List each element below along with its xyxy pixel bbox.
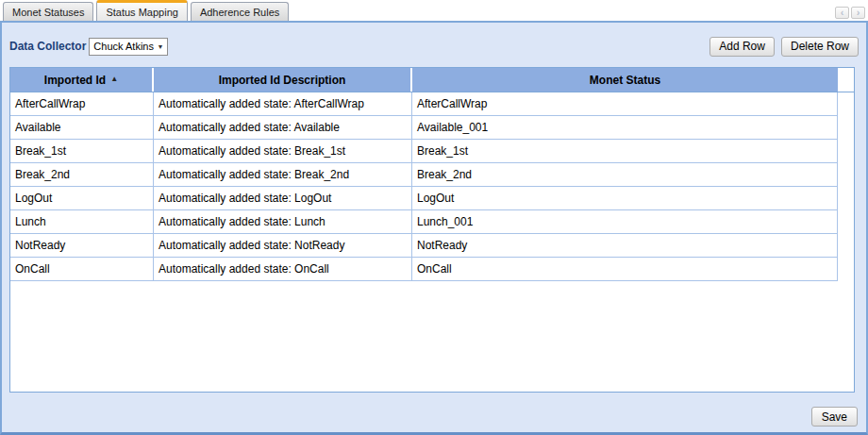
column-header-imported-id[interactable]: Imported Id ▲ [10, 68, 152, 92]
data-collector-label: Data Collector [9, 40, 86, 53]
column-header-monet-status[interactable]: Monet Status [412, 68, 838, 92]
cell-monet-status[interactable]: AfterCallWrap [412, 92, 838, 115]
data-collector-value: Chuck Atkins [93, 41, 154, 52]
column-header-label: Monet Status [590, 74, 660, 87]
status-mapping-table: Imported Id ▲ Imported Id Description Mo… [9, 67, 855, 393]
cell-monet-status[interactable]: LogOut [412, 187, 838, 209]
table-row[interactable]: Break_1st Automatically added state: Bre… [10, 140, 838, 163]
cell-imported-id[interactable]: AfterCallWrap [10, 92, 154, 115]
row-action-buttons: Add Row Delete Row [709, 37, 859, 57]
cell-monet-status[interactable]: Lunch_001 [412, 210, 838, 233]
tab-bar: Monet Statuses Status Mapping Adherence … [0, 0, 868, 21]
cell-imported-id-description[interactable]: Automatically added state: LogOut [154, 187, 412, 209]
cell-imported-id-description[interactable]: Automatically added state: AfterCallWrap [154, 92, 412, 115]
tab-scroller: ‹ › [835, 7, 865, 19]
cell-monet-status[interactable]: Available_001 [412, 116, 838, 139]
cell-imported-id-description[interactable]: Automatically added state: NotReady [154, 234, 412, 257]
table-body: AfterCallWrap Automatically added state:… [10, 92, 854, 281]
cell-imported-id-description[interactable]: Automatically added state: Break_1st [154, 140, 412, 162]
tab-label: Status Mapping [106, 7, 177, 18]
table-row[interactable]: OnCall Automatically added state: OnCall… [10, 258, 838, 281]
table-row[interactable]: Available Automatically added state: Ava… [10, 116, 838, 140]
dropdown-arrow-icon: ▼ [157, 43, 163, 50]
status-mapping-panel: Data Collector Chuck Atkins ▼ Add Row De… [0, 21, 868, 435]
tab-label: Adherence Rules [200, 7, 279, 18]
cell-imported-id[interactable]: OnCall [10, 258, 154, 280]
cell-imported-id-description[interactable]: Automatically added state: Break_2nd [154, 163, 412, 186]
tab-scroll-left-icon[interactable]: ‹ [835, 7, 849, 19]
cell-imported-id[interactable]: NotReady [10, 234, 154, 257]
save-button[interactable]: Save [811, 407, 858, 427]
cell-imported-id-description[interactable]: Automatically added state: Lunch [154, 210, 412, 233]
delete-row-button[interactable]: Delete Row [781, 37, 859, 57]
cell-imported-id[interactable]: Break_2nd [10, 163, 154, 186]
table-row[interactable]: Break_2nd Automatically added state: Bre… [10, 163, 838, 187]
status-mapping-window: Monet Statuses Status Mapping Adherence … [0, 0, 868, 435]
tab-adherence-rules[interactable]: Adherence Rules [191, 2, 289, 21]
column-header-label: Imported Id [44, 74, 106, 87]
table-row[interactable]: LogOut Automatically added state: LogOut… [10, 187, 838, 210]
cell-imported-id[interactable]: Lunch [10, 210, 154, 233]
cell-imported-id[interactable]: Available [10, 116, 154, 139]
table-row[interactable]: Lunch Automatically added state: Lunch L… [10, 210, 838, 234]
cell-monet-status[interactable]: Break_2nd [412, 163, 838, 186]
cell-monet-status[interactable]: NotReady [412, 234, 838, 257]
cell-imported-id-description[interactable]: Automatically added state: Available [154, 116, 412, 139]
cell-imported-id-description[interactable]: Automatically added state: OnCall [154, 258, 412, 280]
data-collector-select[interactable]: Chuck Atkins ▼ [89, 38, 168, 56]
cell-monet-status[interactable]: OnCall [412, 258, 838, 280]
tab-scroll-right-icon[interactable]: › [851, 7, 865, 19]
tab-label: Monet Statuses [12, 7, 84, 18]
table-row[interactable]: NotReady Automatically added state: NotR… [10, 234, 838, 258]
cell-imported-id[interactable]: LogOut [10, 187, 154, 209]
add-row-button[interactable]: Add Row [709, 37, 775, 57]
sort-asc-icon: ▲ [110, 75, 118, 83]
column-header-label: Imported Id Description [219, 74, 346, 87]
tab-status-mapping[interactable]: Status Mapping [96, 0, 187, 21]
toolbar: Data Collector Chuck Atkins ▼ Add Row De… [9, 36, 859, 57]
tab-monet-statuses[interactable]: Monet Statuses [3, 2, 93, 21]
cell-imported-id[interactable]: Break_1st [10, 140, 154, 162]
column-header-imported-id-description[interactable]: Imported Id Description [154, 68, 410, 92]
table-row[interactable]: AfterCallWrap Automatically added state:… [10, 92, 838, 116]
table-header-row: Imported Id ▲ Imported Id Description Mo… [10, 68, 854, 92]
cell-monet-status[interactable]: Break_1st [412, 140, 838, 162]
